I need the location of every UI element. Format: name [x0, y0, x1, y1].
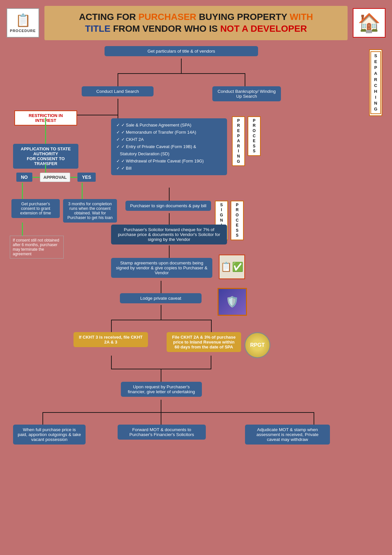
green-line-yes-down [82, 183, 83, 199]
yes-label: YES [77, 173, 96, 182]
no-label: NO [16, 173, 32, 182]
green-line-restriction-down [45, 118, 46, 144]
pr-sidebar: PROCESS [248, 116, 261, 156]
flowchart-wrap: SEPARCHING Get particulars of title & of… [10, 46, 382, 533]
line-solicitor-down [169, 245, 170, 258]
preparing-sidebar: PREPARING [232, 116, 245, 166]
green-line-no-down [22, 183, 23, 199]
if-consent-not-box: If consent still not obtained after 6 mo… [10, 236, 64, 259]
purchaser-sign-box: Purchaser to sign documents & pay bill [125, 201, 211, 211]
logo-label: PROCEDURE [10, 29, 36, 33]
line-to-bankruptcy [245, 73, 245, 86]
house-icon: 🏠 [358, 12, 381, 34]
main-title: ACTING FOR PURCHASER BUYING PROPERTY WIT… [52, 11, 340, 35]
when-full-purchase-box: When full purchase price is paid, apport… [13, 425, 86, 445]
three-months-box: 3 months for completion runs when the co… [63, 199, 117, 223]
line-to-right-box [314, 412, 314, 425]
green-line-consent-down [22, 223, 23, 236]
line-landsearch-down [118, 99, 118, 118]
line-stamp-down [161, 281, 161, 293]
title-box: ACTING FOR PURCHASER BUYING PROPERTY WIT… [44, 6, 348, 40]
line-to-left-box [42, 412, 43, 425]
checklist-item-1: ✓ Sale & Purchase Agreement (SPA) [116, 122, 222, 129]
checklist-item-6: ✓ Bill [116, 165, 222, 172]
house-icon-box: 🏠 [353, 8, 385, 38]
line-caveat-down [161, 305, 161, 320]
line-to-ckht3 [111, 320, 112, 332]
line-ckht3-down [111, 356, 112, 369]
line-split-h [118, 73, 245, 74]
document-icon: 📋 [15, 13, 31, 27]
line-checklist-down [169, 188, 170, 201]
header: 📋 PROCEDURE ACTING FOR PURCHASER BUYING … [0, 0, 392, 46]
signing-proc-sidebar: PROCESS [231, 201, 244, 240]
line-sign-down [169, 213, 170, 225]
line-to-center-box [161, 412, 161, 425]
line-upon-down [161, 400, 161, 412]
conduct-land-search-box: Conduct Land Search [82, 86, 154, 96]
purchaser-solicitor-box: Purchaser's Solicitor forward cheque for… [111, 225, 227, 244]
checklist-item-5: ✓ Withdrawal of Private Caveat (Form 19G… [116, 158, 222, 165]
checklist-item-2: ✓ Memorandum of Transfer (Form 14A) [116, 129, 222, 136]
forward-mot-box: Forward MOT & documents to Purchaser's F… [118, 425, 206, 440]
shield-image: 🛡️ [218, 288, 247, 316]
stamp-box: Stamp agreements upon documents being si… [111, 258, 212, 278]
searching-sidebar: SEPARCHING [369, 49, 382, 116]
file-ckht2a-box: File CKHT 2A & 3% of purchase price to I… [167, 332, 241, 352]
upon-request-box: Upon request by Purchaser's financier, g… [121, 382, 202, 397]
line-particulars-down [181, 59, 182, 73]
checklist-item-3: ✓ CKHT 2A [116, 136, 222, 143]
line-file-ckht-down [211, 356, 211, 369]
get-purchaser-consent-box: Get purchaser's consent to grant extensi… [11, 199, 60, 218]
approval-label: APPROVAL [40, 173, 70, 182]
if-ckht3-box: If CKHT 3 is received, file CKHT 2A & 3 [74, 332, 148, 347]
lodge-caveat-box: Lodge private caveat [120, 293, 202, 303]
logo-box: 📋 PROCEDURE [7, 8, 39, 38]
stamp-image: 📋✅ [219, 255, 245, 279]
line-to-land-search [118, 73, 118, 86]
rpgt-image: RPGT [244, 332, 270, 358]
line-bottom-h [42, 412, 314, 413]
get-particulars-box: Get particulars of title & of vendors [105, 46, 258, 56]
line-to-file-ckht [211, 320, 212, 332]
checklist-item-4: ✓ Entry of Private Caveat (Form 19B) & S… [116, 143, 222, 158]
adjudicate-mot-box: Adjudicate MOT & stamp when assessment i… [245, 425, 330, 445]
line-to-upon [161, 369, 161, 382]
flowchart-container: SEPARCHING Get particulars of title & of… [0, 46, 392, 533]
conduct-bankruptcy-box: Conduct Bankruptcy/ Winding Up Search [212, 86, 281, 101]
checklist-box: ✓ Sale & Purchase Agreement (SPA) ✓ Memo… [111, 118, 227, 176]
line-ckht-split [111, 320, 211, 320]
